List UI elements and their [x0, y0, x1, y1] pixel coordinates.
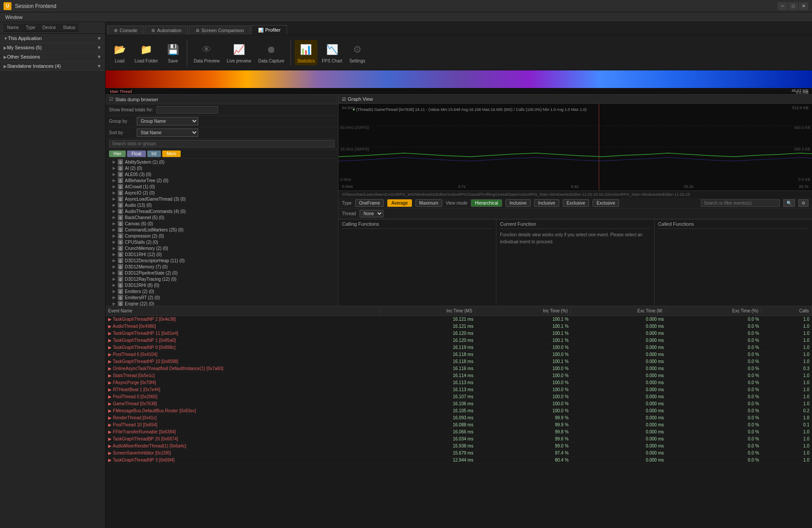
stats-list-item[interactable]: ▶ {} AI (2) (0) — [106, 165, 338, 171]
event-inc-ms: 16.107 ms — [381, 394, 476, 400]
type-btn-average[interactable]: Average — [387, 199, 411, 207]
event-inc-ms: 16.088 ms — [381, 422, 476, 428]
view-btn-hier[interactable]: Hier — [109, 150, 126, 157]
event-table-row[interactable]: ▶ TaskGraphThreadBP 20 [0x6874] 16.034 m… — [106, 436, 812, 443]
sidebar-section-header-standalone[interactable]: ▶ Standalone Instances (4) ▼ — [0, 62, 105, 70]
stats-list-item[interactable]: ▶ {} CommandListMarkers (25) (0) — [106, 227, 338, 233]
stats-list-item[interactable]: ▶ {} D3D12RayTracing (12) (0) — [106, 276, 338, 282]
toolbar-live-preview[interactable]: 📈 Live preview — [224, 40, 254, 65]
thread-filter-input[interactable] — [157, 106, 218, 114]
event-table-row[interactable]: ▶ FMessageBus.DefaultBus.Router [0x83ec]… — [106, 407, 812, 414]
search-input[interactable] — [109, 140, 335, 147]
stats-list-item[interactable]: ▶ {} AbilitySystem (1) (0) — [106, 159, 338, 165]
tab-profiler[interactable]: 📊 Profiler — [251, 25, 287, 35]
sidebar-section-header-this-app[interactable]: ▼ This Application ▼ — [0, 34, 105, 43]
event-table-row[interactable]: ▶ TaskGraphThreadNP 3 [0x69f4] 12.944 ms… — [106, 457, 812, 464]
event-table-row[interactable]: ▶ PoolThread 0 [0x2060] 16.107 ms 100.0 … — [106, 393, 812, 400]
sidebar-section-header-my-sessions[interactable]: ▶ My Sessions (5) ▼ — [0, 43, 105, 52]
event-table-row[interactable]: ▶ TaskGraphThreadHP 10 [0x8598] 16.118 m… — [106, 358, 812, 365]
time-2: 9.4s — [571, 184, 579, 189]
toolbar-fps-chart[interactable]: 📉 FPS Chart — [319, 40, 345, 65]
menu-item-window[interactable]: Window — [2, 14, 26, 21]
event-table-row[interactable]: ▶ AudioMixerRenderThread(1) [0x6a4c] 15.… — [106, 443, 812, 450]
stats-item-icon: {} — [118, 215, 123, 220]
event-table-row[interactable]: ▶ RenderThread [0x41c] 16.093 ms 99.9 % … — [106, 414, 812, 422]
timeline-strip[interactable]: Main Thread 46.67 MS 0.0 MB — [106, 70, 812, 95]
stats-list-item[interactable]: ▶ {} AIBehaviorTree (2) (0) — [106, 177, 338, 183]
event-table-row[interactable]: ▶ ScreenSaverInhibitor [0x15f0] 15.679 m… — [106, 450, 812, 457]
graph-canvas[interactable]: 64.0ms 512.0 KB 50.0ms (20FPS) 400.0 KB … — [339, 104, 812, 191]
minimize-button[interactable]: ─ — [778, 2, 787, 10]
event-table-row[interactable]: ▶ OnlineAsyncTaskThreadNull DefaultInsta… — [106, 365, 812, 372]
event-table-row[interactable]: ▶ FAsyncPurge [0x70f4] 16.113 ms 100.0 %… — [106, 379, 812, 386]
viewmode-inclusive-1[interactable]: Inclusive — [506, 199, 531, 207]
stats-list-item[interactable]: ▶ {} EmittersRT (2) (0) — [106, 294, 338, 301]
view-btn-int[interactable]: Int — [147, 150, 161, 157]
current-function-title: Current Function — [500, 221, 650, 229]
event-table-row[interactable]: ▶ FFileTransferRunnable [0x6384] 16.066 … — [106, 429, 812, 436]
graph-checkbox[interactable]: ☑ — [342, 97, 346, 102]
sidebar-section-header-other[interactable]: ▶ Other Sessions ▼ — [0, 52, 105, 61]
toolbar-data-preview[interactable]: 👁 Data Preview — [191, 40, 222, 65]
stats-list-item[interactable]: ▶ {} ALE05 (3) (0) — [106, 171, 338, 177]
type-btn-oneframe[interactable]: OneFrame — [355, 199, 384, 207]
event-table-row[interactable]: ▶ PoolThread 6 [0x4104] 16.118 ms 100.0 … — [106, 351, 812, 358]
viewmode-hierarchical[interactable]: Hierarchical — [471, 199, 502, 207]
viewmode-exclusive-2[interactable]: Exclusive — [593, 199, 619, 207]
stats-list-item[interactable]: ▶ {} D3D12DescriptorHeap (11) (0) — [106, 257, 338, 264]
viewmode-exclusive-1[interactable]: Exclusive — [563, 199, 589, 207]
view-btn-mem[interactable]: Mem — [162, 150, 181, 157]
event-table-row[interactable]: ▶ PoolThread 10 [0x654] 16.088 ms 99.9 %… — [106, 422, 812, 429]
stats-list-item[interactable]: ▶ {} D3D12Memory (7) (0) — [106, 264, 338, 270]
events-search-btn[interactable]: 🔍 — [783, 199, 795, 207]
stats-list-item[interactable]: ▶ {} D3D12RHI (8) (0) — [106, 282, 338, 288]
event-calls: 1.0 — [762, 345, 812, 350]
event-table-row[interactable]: ▶ GameThread [0x7638] 16.106 ms 100.0 % … — [106, 400, 812, 407]
search-row — [106, 139, 338, 149]
events-search-input[interactable] — [701, 199, 780, 207]
stats-list-item[interactable]: ▶ {} D3D11RHI (12) (0) — [106, 251, 338, 257]
data-preview-label: Data Preview — [193, 59, 219, 63]
stats-list-item[interactable]: ▶ {} Audio (13) (0) — [106, 202, 338, 208]
event-table-row[interactable]: ▶ StatsThread [0x5e1c] 16.114 ms 100.0 %… — [106, 372, 812, 379]
event-table-row[interactable]: ▶ TaskGraphThreadNP 1 [0x85a0] 16.120 ms… — [106, 337, 812, 344]
view-btn-float[interactable]: Float — [127, 150, 146, 157]
thread-select[interactable]: None — [360, 210, 383, 217]
tab-screen-comparison[interactable]: ⚙ Screen Comparison — [189, 26, 251, 35]
toolbar-load-folder[interactable]: 📁 Load Folder — [132, 40, 160, 65]
event-table-row[interactable]: ▶ TaskGraphThreadNP 2 [0x4e38] 16.121 ms… — [106, 316, 812, 323]
event-table-row[interactable]: ▶ AudioThread [0x4980] 16.121 ms 100.1 %… — [106, 323, 812, 330]
event-table-row[interactable]: ▶ RTHeartBeat 1 [0x7e44] 16.113 ms 100.0… — [106, 386, 812, 393]
close-button[interactable]: ✕ — [799, 2, 808, 10]
toolbar-statistics[interactable]: 📊 Statistics — [295, 40, 317, 65]
stats-list-item[interactable]: ▶ {} Canvas (6) (0) — [106, 220, 338, 227]
viewmode-inclusive-2[interactable]: Inclusive — [534, 199, 559, 207]
stats-list-item[interactable]: ▶ {} CPUStalls (2) (0) — [106, 239, 338, 245]
stats-list-item[interactable]: ▶ {} Emitters (2) (0) — [106, 288, 338, 294]
event-table-row[interactable]: ▶ TaskGraphThreadNP 0 [0x898c] 16.119 ms… — [106, 344, 812, 351]
stats-list-item[interactable]: ▶ {} Engine (22) (0) — [106, 301, 338, 306]
stats-list-item[interactable]: ▶ {} AsyncLoadGameThread (3) (0) — [106, 196, 338, 202]
stats-list-item[interactable]: ▶ {} AICrowd (1) (0) — [106, 183, 338, 190]
stats-list-item[interactable]: ▶ {} CrunchMemory (2) (0) — [106, 245, 338, 251]
event-table-row[interactable]: ▶ TaskGraphThreadHP 11 [0x81e4] 16.120 m… — [106, 330, 812, 337]
toolbar-settings[interactable]: ⚙ Settings — [347, 40, 368, 65]
type-btn-maximum[interactable]: Maximum — [415, 199, 442, 207]
stats-list-item[interactable]: ▶ {} Compression (2) (0) — [106, 233, 338, 239]
event-exc-pct: 0.0 % — [666, 366, 762, 371]
stats-list-item[interactable]: ▶ {} AudioThreadCommands (4) (0) — [106, 208, 338, 214]
stats-list-item[interactable]: ▶ {} D3D12PipelineState (2) (0) — [106, 270, 338, 276]
events-filter-btn[interactable]: ⚙ — [798, 199, 808, 207]
tab-automation[interactable]: ⚙ Automation — [145, 26, 188, 35]
maximize-button[interactable]: □ — [788, 2, 798, 10]
view-buttons-row: Hier Float Int Mem — [106, 149, 338, 159]
toolbar-load[interactable]: 📂 Load — [109, 40, 130, 65]
toolbar-save[interactable]: 💾 Save — [162, 40, 183, 65]
stats-list-item[interactable]: ▶ {} AsyncIO (2) (0) — [106, 190, 338, 196]
stats-list-item[interactable]: ▶ {} BackChannel (5) (0) — [106, 214, 338, 220]
stats-item-label: ALE05 (3) (0) — [125, 172, 151, 177]
group-by-select[interactable]: Group Name None — [137, 117, 198, 125]
sort-by-select[interactable]: Stat Name Count — [137, 128, 198, 137]
tab-console[interactable]: ⚙ Console — [107, 26, 144, 35]
toolbar-data-capture[interactable]: ⏺ Data Capture — [255, 40, 287, 65]
